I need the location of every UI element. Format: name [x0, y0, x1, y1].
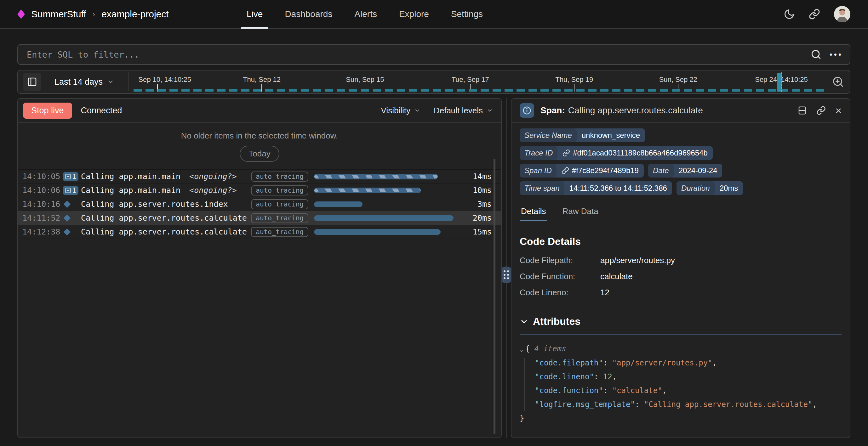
- span-detail-header: Span:Calling app.server.routes.calculate…: [512, 99, 850, 123]
- timeline-date-label: Thu, Sep 19: [555, 75, 593, 84]
- link-icon: [562, 167, 569, 174]
- row-tag: auto_tracing: [251, 227, 308, 237]
- tab-raw-data[interactable]: Raw Data: [561, 203, 599, 221]
- today-button[interactable]: Today: [240, 146, 279, 162]
- log-row[interactable]: 14:10:06 1 Calling app.main.main <ongoin…: [18, 184, 501, 197]
- service-name-badge: Service Name unknown_service: [520, 128, 645, 142]
- row-message: Calling app.server.routes.calculate: [81, 227, 247, 236]
- code-detail-row: Code Filepath: app/server/routes.py: [520, 256, 841, 265]
- default-levels-dropdown[interactable]: Default levels: [434, 106, 493, 116]
- duration-bar-track: [314, 201, 456, 207]
- sql-filter-row: •••: [17, 44, 850, 65]
- duration-bar: [314, 215, 454, 221]
- close-icon[interactable]: ×: [835, 105, 841, 116]
- search-icon[interactable]: [811, 49, 822, 60]
- chevron-down-icon: [487, 107, 493, 114]
- stop-live-button[interactable]: Stop live: [23, 103, 72, 119]
- user-avatar[interactable]: [834, 6, 850, 22]
- json-entry: "code.function": "calculate",: [520, 384, 841, 397]
- row-message: Calling app.main.main: [81, 186, 181, 195]
- tab-dashboards[interactable]: Dashboards: [279, 0, 338, 29]
- splitter-drag-handle[interactable]: [502, 266, 511, 283]
- time-span-badge: Time span 14:11:52.366 to 14:11:52.386: [520, 181, 672, 195]
- tab-explore[interactable]: Explore: [393, 0, 435, 29]
- timeline-chart[interactable]: Sep 10, 14:10:25 Thu, Sep 12 Sun, Sep 15…: [133, 70, 827, 93]
- timeline-date-label: Tue, Sep 17: [452, 75, 489, 84]
- span-title: Span:Calling app.server.routes.calculate: [540, 105, 703, 116]
- json-entry: "code.lineno": 12,: [520, 370, 841, 384]
- breadcrumb-org[interactable]: SummerStuff: [31, 9, 86, 20]
- attributes-json: ⌄{4 items "code.filepath": "app/server/r…: [520, 342, 841, 425]
- row-duration: 10ms: [465, 186, 492, 195]
- visibility-dropdown[interactable]: Visibility: [381, 106, 420, 116]
- detail-tabs: Details Raw Data: [520, 203, 841, 221]
- row-tag: auto_tracing: [251, 213, 308, 223]
- timeline-cursor-line: [781, 72, 782, 92]
- span-id-badge[interactable]: Span ID #f7c8e294f7489b19: [520, 164, 644, 178]
- duration-badge: Duration 20ms: [677, 181, 743, 195]
- json-items-count: 4 items: [534, 344, 566, 353]
- attributes-heading[interactable]: Attributes: [520, 316, 841, 327]
- more-options-icon[interactable]: •••: [830, 50, 843, 60]
- chevron-down-icon: [414, 107, 421, 114]
- row-timestamp: 14:10:16: [22, 199, 63, 209]
- row-duration: 20ms: [465, 214, 492, 223]
- json-open-line[interactable]: ⌄{4 items: [520, 342, 841, 356]
- tab-details[interactable]: Details: [520, 203, 547, 221]
- time-range-dropdown[interactable]: Last 14 days: [55, 77, 114, 87]
- row-duration: 14ms: [465, 172, 492, 181]
- collapsed-count-badge[interactable]: 1: [63, 186, 79, 195]
- row-ongoing: <ongoing?>: [189, 186, 237, 195]
- row-tag: auto_tracing: [251, 185, 308, 195]
- row-message: Calling app.server.routes.index: [81, 199, 228, 209]
- chevron-down-icon: [520, 317, 528, 326]
- share-link-icon[interactable]: [809, 8, 820, 20]
- no-older-items-notice: No older items in the selected time wind…: [18, 123, 501, 141]
- log-row[interactable]: 14:10:16 Calling app.server.routes.index…: [18, 197, 501, 211]
- duration-bar: [314, 201, 363, 207]
- theme-moon-icon[interactable]: [784, 8, 795, 20]
- log-row-selected[interactable]: 14:11:52 Calling app.server.routes.calcu…: [18, 211, 501, 225]
- link-icon: [562, 149, 570, 157]
- log-row[interactable]: 14:12:38 Calling app.server.routes.calcu…: [18, 225, 501, 239]
- tab-alerts[interactable]: Alerts: [349, 0, 383, 29]
- span-diamond-icon: [64, 200, 71, 208]
- breadcrumb-project[interactable]: example-project: [101, 9, 168, 20]
- log-rows: 14:10:05 1 Calling app.main.main <ongoin…: [18, 169, 501, 239]
- tab-settings[interactable]: Settings: [445, 0, 489, 29]
- breadcrumb-separator: ›: [93, 9, 95, 19]
- json-close-line: }: [520, 411, 841, 425]
- row-duration: 15ms: [465, 227, 492, 236]
- duration-bar-track: [314, 174, 456, 180]
- nav-tabs: Live Dashboards Alerts Explore Settings: [241, 0, 489, 29]
- tab-live[interactable]: Live: [241, 0, 268, 29]
- log-row[interactable]: 14:10:05 1 Calling app.main.main <ongoin…: [18, 170, 501, 184]
- row-message: Calling app.main.main: [81, 172, 181, 181]
- duration-bar-track: [314, 188, 456, 193]
- row-duration: 3ms: [465, 199, 492, 209]
- zoom-in-icon[interactable]: [832, 76, 844, 88]
- collapsed-count-badge[interactable]: 1: [63, 172, 79, 181]
- timeline-date-label: Thu, Sep 12: [243, 75, 281, 84]
- code-details-heading: Code Details: [520, 236, 841, 247]
- row-message: Calling app.server.routes.calculate: [81, 214, 247, 223]
- scrollbar[interactable]: [494, 159, 495, 434]
- row-timestamp: 14:12:38: [22, 227, 63, 236]
- json-indent-guide: [524, 358, 525, 411]
- code-detail-row: Code Lineno: 12: [520, 288, 841, 297]
- copy-link-icon[interactable]: [816, 106, 826, 115]
- duration-bar: [314, 174, 438, 180]
- json-entry: "logfire.msg_template": "Calling app.ser…: [520, 397, 841, 411]
- live-header: Stop live Connected Visibility Default l…: [18, 99, 501, 123]
- row-timestamp: 14:10:05: [22, 172, 63, 181]
- sidebar-toggle-icon[interactable]: [23, 73, 41, 91]
- span-detail-panel: Span:Calling app.server.routes.calculate…: [511, 98, 850, 438]
- row-tag: auto_tracing: [251, 199, 308, 209]
- panel-splitter: [502, 98, 511, 438]
- json-entry: "code.filepath": "app/server/routes.py",: [520, 356, 841, 370]
- chevron-down-icon: [107, 78, 114, 85]
- span-diamond-icon: [64, 214, 71, 222]
- split-view-icon[interactable]: [798, 106, 807, 115]
- trace-id-badge[interactable]: Trace ID #df01acad0311189c8b66a466d96965…: [520, 146, 713, 160]
- sql-filter-input[interactable]: [17, 44, 850, 65]
